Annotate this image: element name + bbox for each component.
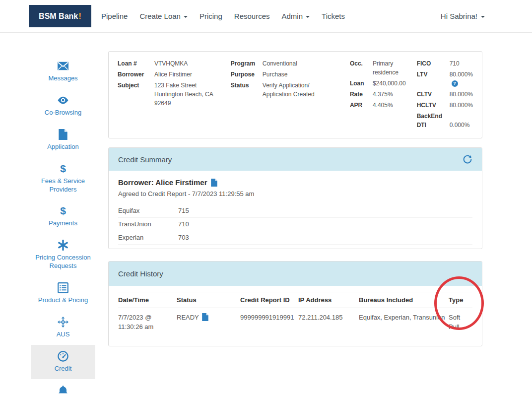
nav-create-loan[interactable]: Create Loan [133, 7, 194, 25]
ltv-label: LTV [417, 70, 443, 88]
loan-program-group: Program Conventional Purpose Purchase St… [231, 59, 350, 130]
nav-pipeline[interactable]: Pipeline [95, 7, 133, 25]
logo-exclamation: ! [78, 11, 81, 21]
loan-terms-group: Occ. Primary residence Loan $240,000.00 … [350, 59, 408, 130]
hcltv-value: 80.000% [450, 101, 473, 110]
file-icon [58, 129, 68, 140]
sidebar-item-aus[interactable]: AUS [31, 311, 95, 345]
backend-dti-value: 0.000% [450, 121, 473, 130]
bsm-bank-logo[interactable]: BSM Bank! [29, 5, 91, 27]
sidebar-item-messages[interactable]: Messages [31, 55, 95, 89]
datetime-value: 7/7/2023 @11:30:26 am [118, 313, 177, 332]
envelope-icon [58, 61, 68, 71]
column-header-type: Type [449, 296, 472, 304]
occ-label: Occ. [350, 59, 366, 77]
rate-label: Rate [350, 90, 366, 99]
table-row: Experian 703 [118, 231, 472, 245]
sidebar-item-conditions[interactable]: Conditions [31, 379, 95, 394]
subject-label: Subject [118, 81, 147, 108]
cltv-value: 80.000% [450, 90, 473, 99]
credit-summary-body: Borrower: Alice Firstimer Agreed to Cred… [109, 171, 482, 249]
logo-text: BSM Bank [39, 12, 78, 21]
column-header-credit-report-id: Credit Report ID [240, 296, 298, 304]
sidebar-item-label: Application [47, 143, 79, 151]
asterisk-icon [58, 240, 68, 251]
chevron-down-icon [306, 16, 310, 18]
nav-tickets-label: Tickets [322, 12, 345, 20]
backend-dti-label: BackEnd DTI [417, 112, 443, 130]
document-icon[interactable] [211, 179, 217, 187]
column-header-bureaus-included: Bureaus Included [359, 296, 449, 304]
credit-history-title: Credit History [118, 269, 163, 278]
credit-history-column-headers: Date/Time Status Credit Report ID IP Add… [118, 292, 472, 308]
top-navbar: BSM Bank! Pipeline Create Loan Pricing R… [0, 0, 532, 33]
sidebar-item-pricing-concession-requests[interactable]: Pricing Concession Requests [31, 234, 95, 276]
purpose-label: Purpose [231, 70, 256, 79]
rate-value: 4.375% [373, 90, 408, 99]
nav-pricing[interactable]: Pricing [194, 7, 228, 25]
loan-ratios-group: FICO 710 LTV 80.000%? CLTV 80.000% HCLTV… [417, 59, 473, 130]
sidebar-item-label: Pricing Concession Requests [33, 254, 93, 270]
credit-history-panel: Credit History Date/Time Status Credit R… [108, 261, 482, 346]
bureau-score-table: Equifax 715 TransUnion 710 Experian 703 [118, 204, 472, 245]
column-header-datetime: Date/Time [118, 296, 177, 304]
document-icon[interactable] [202, 313, 208, 321]
credit-agreement-text: Agreed to Credit Report - 7/7/2023 11:29… [118, 190, 472, 197]
main-nav: Pipeline Create Loan Pricing Resources A… [95, 7, 351, 25]
loan-sidebar: Messages Co-Browsing Application $ Fees … [0, 33, 95, 394]
type-value: Soft Pull [449, 313, 472, 332]
subject-value: 123 Fake StreetHuntington Beach, CA 9264… [154, 81, 231, 108]
credit-summary-panel: Credit Summary Borrower: Alice Firstimer… [108, 147, 482, 249]
program-value: Conventional [263, 59, 350, 68]
crosshair-icon [58, 317, 68, 328]
sidebar-item-co-browsing[interactable]: Co-Browsing [31, 89, 95, 123]
table-row: TransUnion 710 [118, 218, 472, 231]
sidebar-item-label: Co-Browsing [45, 109, 81, 117]
bureaus-included-value: Equifax, Experian, Transunion [359, 313, 449, 332]
status-value: Verify Application/Application Created [263, 81, 350, 99]
nav-admin[interactable]: Admin [276, 7, 316, 25]
bureau-name: Experian [118, 234, 178, 241]
ip-address-value: 72.211.204.185 [298, 313, 359, 332]
nav-resources[interactable]: Resources [228, 7, 276, 25]
sidebar-item-product-pricing[interactable]: Product & Pricing [31, 276, 95, 311]
bell-icon [58, 385, 68, 394]
help-icon[interactable]: ? [452, 80, 458, 87]
user-greeting: Hi Sabrina! [441, 12, 477, 20]
apr-value: 4.405% [373, 101, 408, 110]
credit-report-id-value: 999999991919991 [240, 313, 298, 332]
dollar-icon: $ [58, 163, 68, 174]
sidebar-item-label: Payments [49, 219, 77, 228]
loan-number-label: Loan # [118, 59, 147, 68]
fico-value: 710 [450, 59, 473, 68]
loan-amount-label: Loan [350, 79, 366, 88]
nav-tickets[interactable]: Tickets [316, 7, 351, 25]
user-menu[interactable]: Hi Sabrina! [441, 12, 485, 20]
loan-summary-card: Loan # VTVHQMKA Borrower Alice Firstimer… [108, 51, 482, 138]
bureau-name: Equifax [118, 207, 178, 214]
sidebar-item-credit[interactable]: Credit [31, 345, 95, 379]
sidebar-item-application[interactable]: Application [31, 123, 95, 157]
status-label: Status [231, 81, 256, 99]
sidebar-item-fees-service-providers[interactable]: $ Fees & Service Providers [31, 157, 95, 200]
refresh-icon[interactable] [463, 154, 472, 164]
purpose-value: Purchase [263, 70, 350, 79]
nav-create-loan-label: Create Loan [139, 12, 181, 20]
bureau-score: 710 [178, 220, 472, 228]
fico-label: FICO [417, 59, 443, 68]
dollar-icon: $ [58, 205, 68, 216]
chevron-down-icon [481, 16, 485, 18]
sidebar-item-payments[interactable]: $ Payments [31, 199, 95, 234]
nav-pipeline-label: Pipeline [101, 12, 128, 20]
cltv-label: CLTV [417, 90, 443, 99]
bureau-score: 715 [178, 207, 472, 214]
nav-admin-label: Admin [282, 12, 303, 20]
loan-number-value: VTVHQMKA [154, 59, 231, 68]
status-value: READY [177, 313, 240, 332]
sidebar-item-label: AUS [57, 330, 70, 339]
sidebar-item-label: Fees & Service Providers [33, 177, 93, 194]
column-header-ip-address: IP Address [298, 296, 359, 304]
list-icon [58, 282, 68, 293]
table-row: Equifax 715 [118, 204, 472, 218]
bureau-score: 703 [178, 234, 472, 241]
